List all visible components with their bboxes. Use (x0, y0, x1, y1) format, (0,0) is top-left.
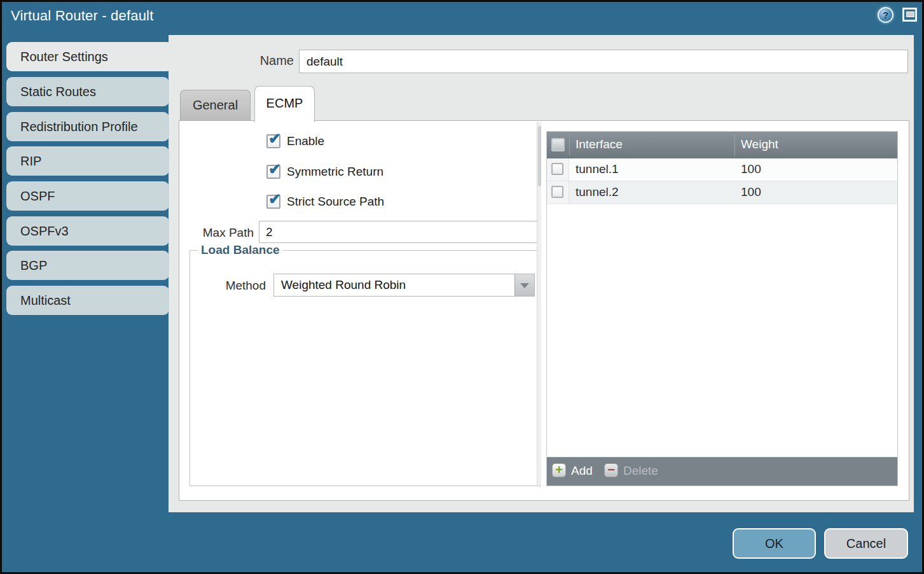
enable-label: Enable (287, 134, 324, 148)
sidebar-item-multicast[interactable]: Multicast (6, 286, 169, 315)
weight-cell: 100 (741, 162, 761, 176)
row-checkbox-cell (547, 158, 569, 181)
delete-button[interactable]: − Delete (604, 463, 668, 480)
window-restore-icon[interactable] (902, 8, 917, 22)
sidebar-item-ospfv3[interactable]: OSPFv3 (6, 216, 169, 246)
row-checkbox[interactable] (551, 163, 563, 175)
weight-cell: 100 (741, 185, 761, 199)
interface-column-header[interactable]: Interface (576, 137, 623, 151)
load-balance-legend: Load Balance (198, 243, 283, 257)
weight-column-header[interactable]: Weight (741, 137, 778, 151)
checkmark-icon: ✔ (268, 190, 281, 208)
delete-button-label: Delete (623, 463, 658, 479)
method-label: Method (190, 279, 266, 293)
column-divider (569, 134, 570, 156)
column-divider (734, 134, 735, 156)
row-checkbox-cell (547, 181, 569, 204)
help-icon[interactable]: ? (878, 7, 893, 23)
ok-button[interactable]: OK (733, 528, 816, 559)
max-path-input[interactable] (259, 221, 540, 243)
symmetric-return-label: Symmetric Return (287, 165, 383, 179)
plus-icon: + (552, 463, 566, 477)
method-dropdown[interactable]: Weighted Round Robin (273, 274, 535, 297)
checkmark-icon: ✔ (268, 160, 281, 178)
virtual-router-dialog: Virtual Router - default ? Router Settin… (0, 0, 924, 574)
row-checkbox[interactable] (551, 186, 563, 198)
strict-source-path-checkbox[interactable]: ✔ (266, 195, 280, 209)
sidebar-item-redistribution-profile[interactable]: Redistribution Profile (6, 112, 169, 141)
max-path-label: Max Path (179, 226, 254, 240)
chevron-down-icon[interactable] (514, 274, 534, 296)
minus-icon: − (604, 463, 618, 477)
scrollbar-thumb[interactable] (538, 126, 541, 186)
table-footer: + Add − Delete (547, 457, 897, 486)
table-row[interactable]: tunnel.2 100 (547, 181, 897, 204)
dialog-title: Virtual Router - default (11, 8, 154, 24)
name-input[interactable] (299, 50, 908, 73)
table-header: Interface Weight (547, 132, 897, 158)
select-all-checkbox[interactable] (551, 138, 565, 151)
sidebar-item-static-routes[interactable]: Static Routes (6, 77, 169, 106)
interface-cell: tunnel.1 (576, 162, 619, 176)
method-dropdown-value: Weighted Round Robin (281, 278, 406, 292)
interface-table: Interface Weight tunnel.1 100 tunnel.2 1… (546, 131, 898, 486)
sidebar-item-router-settings[interactable]: Router Settings (6, 42, 173, 71)
tab-ecmp[interactable]: ECMP (254, 86, 315, 122)
left-pane-scrollbar[interactable] (537, 122, 541, 485)
enable-checkbox[interactable]: ✔ (266, 134, 280, 148)
symmetric-return-checkbox[interactable]: ✔ (266, 165, 280, 179)
table-row[interactable]: tunnel.1 100 (547, 158, 897, 181)
name-label: Name (210, 53, 294, 68)
add-button-label: Add (571, 463, 593, 479)
ecmp-tab-panel: ✔ Enable ✔ Symmetric Return ✔ Strict Sou… (179, 120, 909, 501)
checkmark-icon: ✔ (268, 130, 281, 148)
tab-general[interactable]: General (180, 90, 251, 120)
sidebar-item-rip[interactable]: RIP (6, 146, 169, 176)
cancel-button[interactable]: Cancel (824, 528, 908, 559)
load-balance-fieldset: Load Balance Method Weighted Round Robin (190, 250, 541, 486)
interface-cell: tunnel.2 (576, 185, 619, 199)
sidebar-item-bgp[interactable]: BGP (6, 251, 169, 280)
add-button[interactable]: + Add (552, 463, 596, 480)
sidebar-item-ospf[interactable]: OSPF (6, 181, 169, 211)
strict-source-path-label: Strict Source Path (287, 195, 384, 209)
